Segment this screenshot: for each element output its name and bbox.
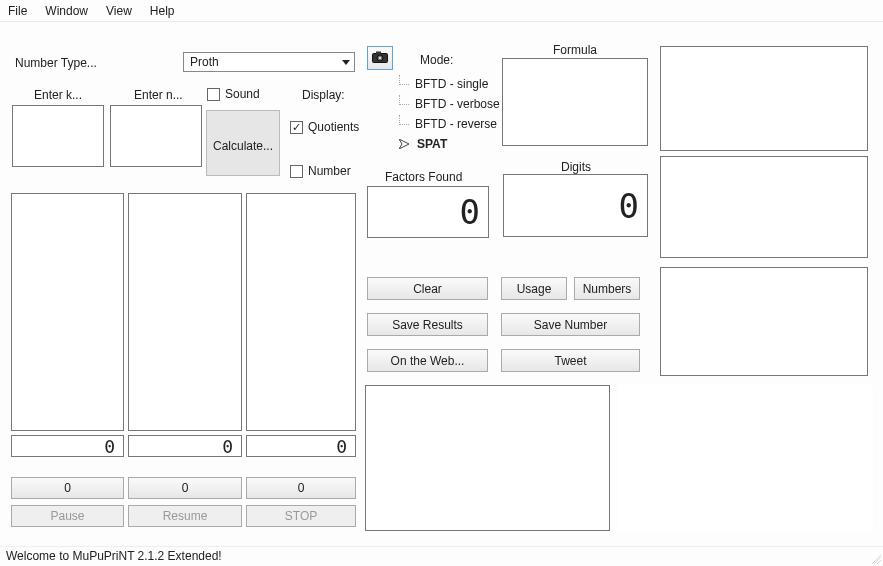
pointer-icon bbox=[399, 139, 411, 149]
number-type-value: Proth bbox=[190, 55, 219, 69]
menu-help[interactable]: Help bbox=[150, 4, 175, 18]
status-text: Welcome to MuPuPriNT 2.1.2 Extended! bbox=[6, 549, 222, 563]
right-box-3[interactable] bbox=[660, 267, 868, 376]
enter-k-label: Enter k... bbox=[34, 88, 82, 102]
digits-label: Digits bbox=[561, 160, 591, 174]
checkbox-box-icon bbox=[207, 88, 220, 101]
enter-n-label: Enter n... bbox=[134, 88, 183, 102]
checkbox-box-icon: ✓ bbox=[290, 121, 303, 134]
factors-found-display: 0 bbox=[367, 186, 489, 238]
svg-point-3 bbox=[379, 56, 381, 58]
display-label: Display: bbox=[302, 88, 345, 102]
counter-3[interactable]: 0 bbox=[246, 477, 356, 499]
statusbar: Welcome to MuPuPriNT 2.1.2 Extended! bbox=[0, 546, 883, 566]
bottom-pane-right[interactable] bbox=[618, 385, 873, 531]
clear-button[interactable]: Clear bbox=[367, 277, 488, 300]
save-number-button[interactable]: Save Number bbox=[501, 313, 640, 336]
number-checkbox[interactable]: Number bbox=[290, 164, 351, 178]
right-box-2[interactable] bbox=[660, 156, 868, 258]
factors-found-label: Factors Found bbox=[385, 170, 462, 184]
resume-button[interactable]: Resume bbox=[128, 505, 242, 527]
stop-button[interactable]: STOP bbox=[246, 505, 356, 527]
n-input[interactable] bbox=[110, 105, 202, 167]
menubar: File Window View Help bbox=[0, 0, 883, 22]
counter-1[interactable]: 0 bbox=[11, 477, 124, 499]
output-pane-1[interactable] bbox=[11, 193, 124, 431]
sevenseg-small-3: 0 bbox=[246, 435, 356, 457]
sound-checkbox[interactable]: Sound bbox=[207, 87, 260, 101]
right-box-1[interactable] bbox=[660, 46, 868, 151]
number-type-label: Number Type... bbox=[15, 56, 97, 70]
k-input[interactable] bbox=[12, 105, 104, 167]
save-results-button[interactable]: Save Results bbox=[367, 313, 488, 336]
on-the-web-button[interactable]: On the Web... bbox=[367, 349, 488, 372]
resize-grip-icon[interactable] bbox=[869, 552, 881, 564]
number-type-combo[interactable]: Proth bbox=[183, 52, 355, 72]
svg-rect-1 bbox=[376, 51, 381, 54]
menu-file[interactable]: File bbox=[8, 4, 27, 18]
camera-icon bbox=[372, 51, 388, 66]
sevenseg-small-1: 0 bbox=[11, 435, 124, 457]
numbers-button[interactable]: Numbers bbox=[574, 277, 640, 300]
menu-window[interactable]: Window bbox=[45, 4, 88, 18]
counter-2[interactable]: 0 bbox=[128, 477, 242, 499]
quotients-checkbox[interactable]: ✓ Quotients bbox=[290, 120, 359, 134]
chevron-down-icon bbox=[342, 60, 350, 65]
mode-label: Mode: bbox=[420, 53, 453, 67]
number-label: Number bbox=[308, 164, 351, 178]
pause-button[interactable]: Pause bbox=[11, 505, 124, 527]
bottom-pane-left[interactable] bbox=[365, 385, 610, 531]
output-pane-3[interactable] bbox=[246, 193, 356, 431]
formula-box[interactable] bbox=[502, 58, 648, 146]
output-pane-2[interactable] bbox=[128, 193, 242, 431]
checkbox-box-icon bbox=[290, 165, 303, 178]
sound-label: Sound bbox=[225, 87, 260, 101]
calculate-button[interactable]: Calculate... bbox=[206, 110, 280, 176]
sevenseg-small-2: 0 bbox=[128, 435, 242, 457]
formula-label: Formula bbox=[553, 43, 597, 57]
quotients-label: Quotients bbox=[308, 120, 359, 134]
svg-marker-4 bbox=[399, 139, 409, 149]
tweet-button[interactable]: Tweet bbox=[501, 349, 640, 372]
camera-button[interactable] bbox=[367, 46, 393, 70]
menu-view[interactable]: View bbox=[106, 4, 132, 18]
content-area: Number Type... Proth Enter k... Enter n.… bbox=[0, 22, 883, 546]
usage-button[interactable]: Usage bbox=[501, 277, 567, 300]
digits-display: 0 bbox=[503, 174, 648, 237]
